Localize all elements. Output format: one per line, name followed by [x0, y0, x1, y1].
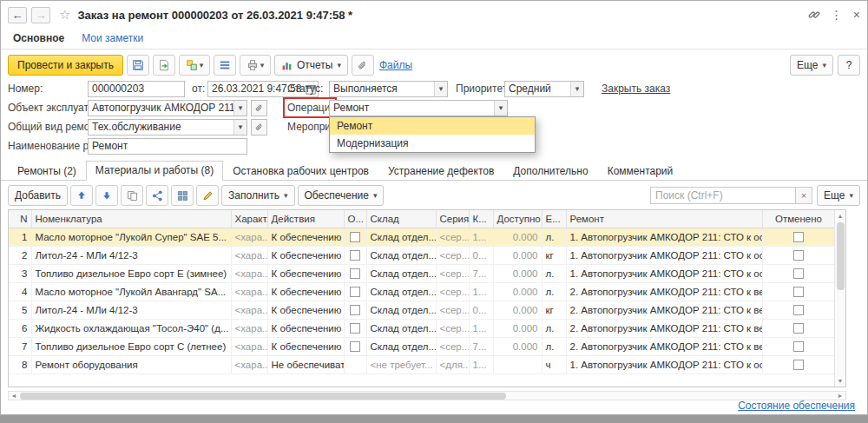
column-header-o[interactable]: О... — [344, 210, 366, 228]
more-kebab-icon[interactable]: ⋮ — [831, 9, 843, 21]
cell-unit: ч — [542, 355, 566, 373]
tab-comment[interactable]: Комментарий — [598, 162, 683, 181]
supply-checkbox[interactable] — [350, 232, 360, 242]
repair-kind-combo[interactable]: Тех.обслуживание ▾ — [88, 119, 247, 135]
table-row[interactable]: 2Литол-24 - МЛи 4/12-3<хара...К обеспече… — [9, 246, 835, 264]
reports-button[interactable]: Отчеты ▾ — [274, 55, 348, 76]
clear-search-icon[interactable]: × — [796, 187, 812, 204]
horizontal-scroll-thumb[interactable] — [20, 393, 506, 400]
add-row-button[interactable]: Добавить — [8, 185, 68, 206]
operation-option[interactable]: Модернизация — [330, 135, 535, 152]
tab-materials[interactable]: Материалы и работы (8) — [86, 161, 223, 181]
table-row[interactable]: 6Жидкость охлаждающая "Тосол-Э40" (д...<… — [9, 319, 835, 337]
table-row[interactable]: 7Топливо дизельное Евро сорт С (летнее)<… — [9, 337, 835, 355]
close-order-link[interactable]: Закрыть заказ — [602, 81, 670, 97]
cancelled-checkbox[interactable] — [793, 268, 804, 279]
status-dropdown-button[interactable]: ▾ — [434, 82, 447, 96]
close-icon[interactable]: × — [853, 9, 860, 21]
number-field[interactable]: 000000203 — [88, 81, 185, 97]
object-dropdown-button[interactable]: ▾ — [233, 101, 247, 116]
object-attachments-button[interactable] — [251, 100, 267, 116]
move-up-button[interactable] — [70, 185, 93, 206]
document-structure-button[interactable] — [214, 55, 236, 76]
repair-kind-attachments-button[interactable] — [251, 119, 267, 135]
scroll-down-icon[interactable]: ▼ — [835, 375, 845, 387]
cell-warehouse: Склад отдел... — [366, 337, 436, 355]
create-based-on-button[interactable]: ▾ — [179, 55, 210, 76]
object-combo[interactable]: Автопогрузчик АМКОДОР 211 Инв. №45 ▾ — [88, 100, 247, 116]
status-combo[interactable]: Выполняется ▾ — [329, 81, 448, 97]
pick-button[interactable] — [171, 185, 194, 206]
tab-repairs[interactable]: Ремонты (2) — [8, 162, 86, 181]
column-header-warehouse[interactable]: Склад — [366, 210, 436, 228]
column-header-characteristic[interactable]: Характ... — [231, 210, 267, 228]
table-row[interactable]: 1Масло моторное "Лукойл Супер" SAE 5...<… — [9, 228, 835, 246]
link-icon[interactable] — [808, 9, 820, 21]
attachments-button[interactable] — [352, 55, 374, 76]
help-button[interactable]: ? — [838, 55, 860, 76]
back-button[interactable]: ← — [8, 7, 27, 23]
tab-main[interactable]: Основное — [13, 32, 64, 44]
column-header-series[interactable]: Серия — [436, 210, 469, 228]
operation-dropdown-button[interactable]: ▾ — [494, 101, 507, 116]
forward-button[interactable]: → — [31, 7, 50, 23]
cancelled-checkbox[interactable] — [793, 305, 804, 315]
tab-defects[interactable]: Устранение дефектов — [378, 162, 503, 181]
priority-combo[interactable]: Средний ▾ — [504, 81, 584, 97]
move-down-button[interactable] — [95, 185, 118, 206]
table-row[interactable]: 4Масло моторное "Лукойл Авангард" SA...<… — [9, 282, 835, 301]
edit-button[interactable] — [196, 185, 219, 206]
post-button[interactable] — [153, 55, 175, 76]
table-row[interactable]: 5Литол-24 - МЛи 4/12-3<хара...К обеспече… — [9, 301, 835, 319]
supply-checkbox[interactable] — [350, 287, 360, 297]
scroll-left-icon[interactable]: ◄ — [9, 393, 19, 399]
operation-option[interactable]: Ремонт — [330, 117, 535, 135]
cancelled-checkbox[interactable] — [793, 360, 804, 370]
column-header-available[interactable]: Доступно — [493, 210, 542, 228]
supply-checkbox[interactable] — [350, 341, 360, 352]
supply-checkbox[interactable] — [350, 323, 360, 334]
supply-checkbox[interactable] — [350, 305, 360, 315]
structure-button[interactable] — [146, 185, 168, 206]
table-row[interactable]: 3Топливо дизельное Евро сорт Е (зимнее)<… — [9, 264, 835, 282]
favorite-star-icon[interactable]: ☆ — [59, 7, 70, 23]
column-header-repair[interactable]: Ремонт — [566, 210, 762, 228]
cancelled-checkbox[interactable] — [793, 232, 804, 242]
supply-state-link[interactable]: Состояние обеспечения — [738, 400, 855, 412]
search-input[interactable] — [650, 187, 796, 204]
more-button[interactable]: Еще ▾ — [790, 55, 833, 76]
vertical-scrollbar[interactable]: ▲ ▼ — [834, 210, 845, 387]
print-button[interactable]: ▾ — [240, 55, 271, 76]
post-and-close-button[interactable]: Провести и закрыть — [8, 55, 123, 76]
column-header-qty[interactable]: К... — [469, 210, 493, 228]
operation-combo[interactable]: Ремонт ▾ — [329, 100, 508, 116]
supply-checkbox[interactable] — [350, 250, 360, 261]
priority-dropdown-button[interactable]: ▾ — [570, 82, 583, 96]
table-row[interactable]: 8Ремонт оборудования<хара...Не обеспечив… — [9, 355, 835, 373]
scroll-right-icon[interactable]: ► — [835, 393, 845, 399]
horizontal-scrollbar[interactable]: ◄ ► — [8, 391, 846, 400]
table-more-button[interactable]: Еще ▾ — [817, 185, 860, 206]
cancelled-checkbox[interactable] — [793, 287, 804, 297]
tab-additional[interactable]: Дополнительно — [503, 162, 597, 181]
column-header-n[interactable]: N — [9, 210, 31, 228]
cancelled-checkbox[interactable] — [793, 341, 804, 352]
supply-checkbox[interactable] — [350, 268, 360, 279]
work-name-field[interactable]: Ремонт — [88, 138, 247, 155]
copy-row-button[interactable] — [121, 185, 143, 206]
column-header-cancelled[interactable]: Отменено — [762, 210, 835, 228]
files-link[interactable]: Файлы — [379, 59, 412, 71]
cancelled-checkbox[interactable] — [793, 323, 804, 334]
column-header-nomenclature[interactable]: Номенклатура — [31, 210, 231, 228]
tab-my-notes[interactable]: Мои заметки — [82, 32, 143, 44]
fill-menu-button[interactable]: Заполнить ▾ — [221, 185, 294, 206]
tab-work-centers[interactable]: Остановка рабочих центров — [223, 162, 378, 181]
vertical-scroll-thumb[interactable] — [837, 222, 845, 290]
save-button[interactable] — [127, 55, 149, 76]
column-header-action[interactable]: Действия — [267, 210, 344, 228]
scroll-up-icon[interactable]: ▲ — [835, 210, 845, 221]
column-header-unit[interactable]: Е... — [542, 210, 566, 228]
repair-kind-dropdown-button[interactable]: ▾ — [233, 120, 247, 135]
supply-menu-button[interactable]: Обеспечение ▾ — [298, 185, 385, 206]
cancelled-checkbox[interactable] — [793, 250, 804, 261]
